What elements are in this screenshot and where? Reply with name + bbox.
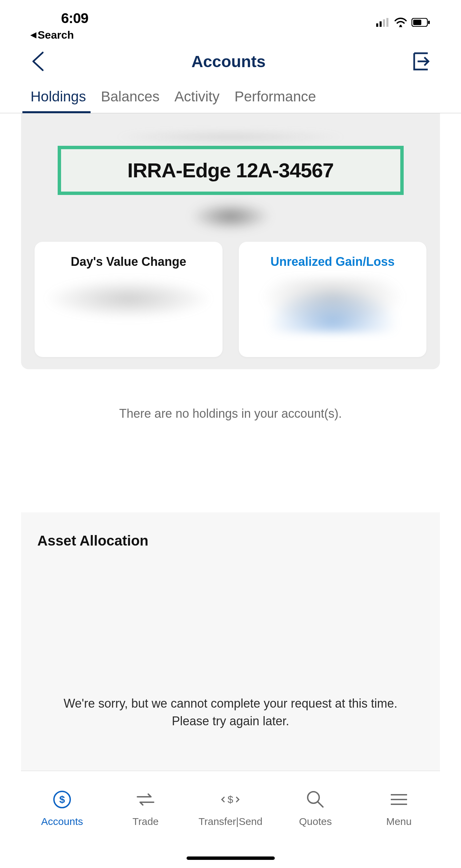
asset-allocation-error: We're sorry, but we cannot complete your… — [37, 695, 424, 730]
account-summary: IRRA-Edge 12A-34567 Day's Value Change U… — [21, 113, 440, 369]
cellular-icon — [376, 18, 390, 28]
asset-allocation-title: Asset Allocation — [37, 533, 424, 549]
error-line: Please try again later. — [172, 714, 289, 728]
summary-cards-row: Day's Value Change Unrealized Gain/Loss — [35, 242, 426, 357]
back-button[interactable] — [31, 51, 45, 72]
svg-rect-2 — [383, 19, 385, 27]
error-line: We're sorry, but we cannot complete your… — [64, 696, 398, 710]
svg-rect-0 — [376, 23, 378, 27]
redacted-text — [113, 130, 348, 144]
nav-header: Accounts — [0, 39, 461, 82]
tab-label: Performance — [234, 88, 316, 104]
tab-label: Holdings — [31, 88, 86, 104]
svg-rect-7 — [428, 21, 430, 24]
svg-rect-3 — [386, 18, 388, 27]
nav-accounts[interactable]: $ Accounts — [32, 789, 93, 827]
card-title: Day's Value Change — [44, 255, 213, 269]
nav-label: Menu — [386, 816, 411, 827]
redacted-value — [44, 278, 213, 319]
back-search-label: Search — [38, 29, 74, 41]
tab-holdings[interactable]: Holdings — [31, 82, 86, 113]
nav-label: Accounts — [41, 816, 83, 827]
nav-label: Quotes — [299, 816, 332, 827]
menu-icon — [389, 789, 409, 810]
tabs: Holdings Balances Activity Performance — [0, 82, 461, 113]
svg-rect-1 — [380, 21, 382, 27]
page-title: Accounts — [191, 52, 266, 71]
tab-activity[interactable]: Activity — [174, 82, 219, 113]
redacted-balance — [187, 201, 275, 232]
dollar-circle-icon: $ — [52, 789, 72, 810]
redacted-value — [248, 278, 417, 333]
tab-label: Activity — [174, 88, 219, 104]
asset-allocation-section: Asset Allocation We're sorry, but we can… — [21, 512, 440, 771]
svg-point-4 — [400, 25, 402, 27]
svg-text:$: $ — [59, 794, 65, 805]
battery-icon — [411, 18, 430, 28]
tab-balances[interactable]: Balances — [101, 82, 159, 113]
status-bar: 6:09 — [0, 0, 461, 28]
wifi-icon — [394, 18, 407, 28]
account-name: IRRA-Edge 12A-34567 — [75, 159, 387, 182]
svg-line-14 — [318, 802, 323, 807]
tab-performance[interactable]: Performance — [234, 82, 316, 113]
nav-trade[interactable]: Trade — [115, 789, 176, 827]
svg-text:$: $ — [228, 794, 233, 805]
home-indicator[interactable] — [187, 856, 275, 860]
day-value-change-card[interactable]: Day's Value Change — [35, 242, 223, 357]
nav-label: Transfer|Send — [198, 816, 262, 827]
svg-rect-6 — [413, 20, 421, 25]
nav-transfer-send[interactable]: $ Transfer|Send — [198, 789, 262, 827]
back-to-search-button[interactable]: Search — [31, 29, 74, 41]
status-time: 6:09 — [61, 10, 88, 26]
trade-icon — [135, 789, 156, 810]
search-icon — [305, 789, 326, 810]
nav-menu[interactable]: Menu — [368, 789, 429, 827]
nav-label: Trade — [133, 816, 159, 827]
account-highlight-box: IRRA-Edge 12A-34567 — [58, 146, 404, 195]
transfer-icon: $ — [220, 789, 241, 810]
status-icons — [376, 10, 430, 28]
card-title: Unrealized Gain/Loss — [248, 255, 417, 269]
tab-label: Balances — [101, 88, 159, 104]
nav-quotes[interactable]: Quotes — [285, 789, 346, 827]
unrealized-gain-loss-card[interactable]: Unrealized Gain/Loss — [239, 242, 427, 357]
bottom-nav: $ Accounts Trade $ Transfer|Send Quotes … — [0, 780, 461, 868]
logout-button[interactable] — [411, 52, 430, 71]
no-holdings-message: There are no holdings in your account(s)… — [0, 407, 461, 421]
